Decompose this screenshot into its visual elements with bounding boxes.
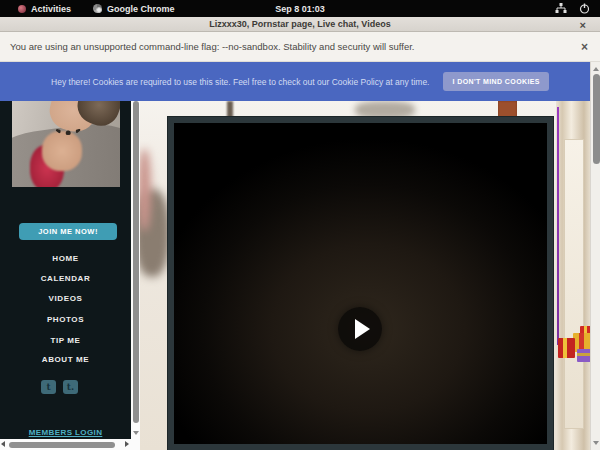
door-frame-top-decor: [498, 101, 517, 118]
scroll-down-icon[interactable]: [133, 431, 139, 435]
social-links: t t.: [41, 380, 78, 394]
video-player[interactable]: [168, 117, 553, 450]
curtain-decor: [140, 299, 170, 450]
scroll-down-icon[interactable]: [593, 441, 599, 445]
scroll-up-icon[interactable]: [593, 67, 599, 71]
play-icon: [355, 319, 370, 339]
cushion-decor: [140, 149, 151, 231]
join-me-now-button[interactable]: JOIN ME NOW!: [19, 223, 117, 240]
sidebar-vertical-scrollbar[interactable]: [131, 101, 140, 450]
page-scrollbar[interactable]: [590, 62, 600, 450]
gift-icon: [558, 338, 575, 358]
network-icon: [555, 3, 567, 14]
gift-string-decor: [557, 107, 559, 345]
members-login-link[interactable]: MEMBERS LOGIN: [0, 428, 131, 437]
photo-necklace-shape: [55, 121, 81, 135]
chrome-infobar: You are using an unsupported command-lin…: [0, 32, 600, 62]
sidebar-horizontal-scrollbar-thumb[interactable]: [9, 442, 115, 448]
cookie-accept-button[interactable]: I DON'T MIND COOKIES: [443, 72, 548, 91]
window-close-icon[interactable]: ×: [580, 20, 586, 31]
sidebar-item-about-me[interactable]: ABOUT ME: [0, 355, 131, 364]
play-button[interactable]: [338, 307, 382, 351]
video-frame: [174, 123, 547, 444]
twitter-icon[interactable]: t: [41, 380, 56, 394]
sidebar-item-home[interactable]: HOME: [0, 254, 131, 263]
infobar-close-icon[interactable]: ×: [581, 41, 588, 53]
clock[interactable]: Sep 8 01:03: [0, 4, 600, 14]
system-tray[interactable]: [555, 3, 590, 14]
scroll-right-icon[interactable]: [125, 441, 129, 447]
cookie-message: Hey there! Cookies are required to use t…: [51, 77, 429, 87]
gift-icon: [577, 349, 590, 362]
window-titlebar[interactable]: Lizxxx30, Pornstar page, Live chat, Vide…: [0, 17, 600, 32]
mirror-decor: [564, 139, 584, 429]
bedpost-decor: [227, 101, 233, 118]
window-title: Lizxxx30, Pornstar page, Live chat, Vide…: [209, 19, 390, 29]
photo-skin-shape: [42, 131, 82, 171]
profile-photo: [12, 101, 120, 187]
sidebar-item-videos[interactable]: VIDEOS: [0, 294, 131, 303]
screen: Activities Google Chrome Sep 8 01:03 Liz…: [0, 0, 600, 450]
page-content: JOIN ME NOW! HOME CALENDAR VIDEOS PHOTOS…: [0, 101, 600, 450]
sidebar-item-tip-me[interactable]: TIP ME: [0, 336, 131, 345]
sidebar-item-photos[interactable]: PHOTOS: [0, 315, 131, 324]
infobar-message: You are using an unsupported command-lin…: [10, 41, 415, 52]
scroll-left-icon[interactable]: [1, 441, 5, 447]
cookie-consent-bar: Hey there! Cookies are required to use t…: [0, 62, 600, 101]
power-icon: [579, 3, 590, 14]
sidebar-horizontal-scrollbar[interactable]: [0, 439, 131, 450]
system-top-bar: Activities Google Chrome Sep 8 01:03: [0, 0, 600, 17]
sidebar-vertical-scrollbar-thumb[interactable]: [133, 101, 139, 423]
sidebar: JOIN ME NOW! HOME CALENDAR VIDEOS PHOTOS…: [0, 101, 131, 450]
tumblr-icon[interactable]: t.: [63, 380, 78, 394]
sidebar-item-calendar[interactable]: CALENDAR: [0, 274, 131, 283]
page-scrollbar-thumb[interactable]: [593, 74, 600, 164]
